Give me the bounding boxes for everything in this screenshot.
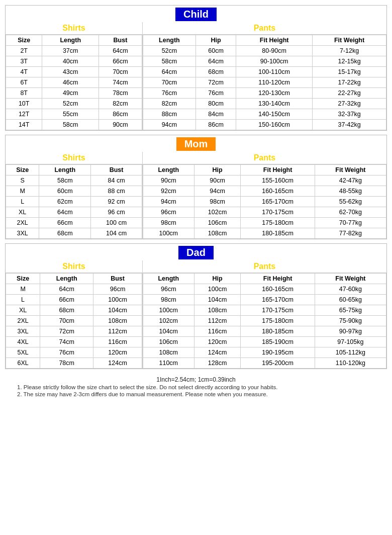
table-row: S58cm84 cm (6, 175, 142, 186)
table-row: 90cm90cm155-160cm42-47kg (143, 175, 386, 186)
child-pants-col-hip: Hip (195, 35, 236, 46)
table-row: 12T55cm86cm (6, 109, 142, 120)
table-row: XL64cm96 cm (6, 207, 142, 218)
mom-pants-table: Length Hip Fit Height Fit Weight 90cm90c… (143, 164, 386, 239)
table-row: 6T46cm74cm (6, 77, 142, 88)
child-shirts-panel: Shirts Size Length Bust 2T37cm64cm3T40cm… (6, 22, 143, 130)
table-row: 96cm102cm170-175cm62-70kg (143, 207, 386, 218)
table-row: 10T52cm82cm (6, 99, 142, 109)
footer-note1: 1Inch=2.54cm; 1cm=0.39inch (7, 376, 385, 383)
table-row: 2XL66cm100 cm (6, 218, 142, 228)
dad-pants-label: Pants (143, 260, 386, 273)
table-row: 70cm72cm110-120cm17-22kg (143, 77, 386, 88)
table-row: 58cm64cm90-100cm12-15kg (143, 56, 386, 67)
table-row: 100cm108cm180-185cm77-82kg (143, 228, 386, 239)
table-row: 98cm104cm165-170cm60-65kg (143, 295, 386, 305)
child-pants-label: Pants (143, 22, 386, 35)
table-row: M64cm96cm (6, 284, 142, 295)
table-row: 92cm94cm160-165cm48-55kg (143, 186, 386, 197)
table-row: L66cm100cm (6, 295, 142, 305)
mom-shirts-header: Size Length Bust (6, 165, 142, 175)
table-row: 82cm80cm130-140cm27-32kg (143, 99, 386, 109)
table-row: XL68cm104cm (6, 305, 142, 316)
child-pants-table: Length Hip Fit Height Fit Weight 52cm60c… (143, 35, 386, 130)
mom-title-row: Mom (6, 135, 386, 152)
table-row: 2T37cm64cm (6, 46, 142, 56)
dad-shirts-table: Size Length Bust M64cm96cmL66cm100cmXL68… (6, 273, 142, 369)
table-row: 3XL72cm112cm (6, 326, 142, 337)
table-row: 64cm68cm100-110cm15-17kg (143, 67, 386, 77)
footer-note2: 1. Please strictly follow the size chart… (7, 384, 385, 390)
dad-title-row: Dad (6, 244, 386, 260)
child-shirts-label: Shirts (6, 22, 142, 35)
table-row: 4XL74cm116cm (6, 337, 142, 347)
child-pants-col-length: Length (143, 35, 195, 46)
table-row: 88cm84cm140-150cm32-37kg (143, 109, 386, 120)
child-title-row: Child (6, 6, 386, 22)
child-shirts-col-bust: Bust (99, 35, 142, 46)
child-shirts-table: Size Length Bust 2T37cm64cm3T40cm66cm4T4… (6, 35, 142, 130)
mom-pants-panel: Pants Length Hip Fit Height Fit Weight 9… (143, 152, 386, 239)
mom-shirts-table: Size Length Bust S58cm84 cmM60cm88 cmL62… (6, 164, 142, 239)
child-pants-col-weight: Fit Weight (313, 35, 386, 46)
mom-shirts-label: Shirts (6, 152, 142, 164)
child-pants-panel: Pants Length Hip Fit Height Fit Weight 5… (143, 22, 386, 130)
mom-section: Mom Shirts Size Length Bust S58cm84 cmM6… (5, 135, 387, 239)
mom-shirts-panel: Shirts Size Length Bust S58cm84 cmM60cm8… (6, 152, 143, 239)
table-row: 76cm76cm120-130cm22-27kg (143, 88, 386, 99)
footer-note3: 2. The size may have 2-3cm differs due t… (7, 391, 385, 397)
table-row: 4T43cm70cm (6, 67, 142, 77)
footer: 1Inch=2.54cm; 1cm=0.39inch 1. Please str… (5, 373, 387, 398)
child-shirts-col-length: Length (42, 35, 99, 46)
child-pants-header: Length Hip Fit Height Fit Weight (143, 35, 386, 46)
table-row: 52cm60cm80-90cm7-12kg (143, 46, 386, 56)
table-row: 100cm108cm170-175cm65-75kg (143, 305, 386, 316)
child-panels: Shirts Size Length Bust 2T37cm64cm3T40cm… (6, 22, 386, 130)
table-row: 14T58cm90cm (6, 120, 142, 130)
dad-shirts-header: Size Length Bust (6, 274, 142, 284)
table-row: 3T40cm66cm (6, 56, 142, 67)
table-row: 106cm120cm185-190cm97-105kg (143, 337, 386, 347)
dad-pants-header: Length Hip Fit Height Fit Weight (143, 274, 386, 284)
table-row: L62cm92 cm (6, 197, 142, 207)
table-row: 5XL76cm120cm (6, 347, 142, 358)
table-row: 2XL70cm108cm (6, 316, 142, 326)
table-row: 104cm116cm180-185cm90-97kg (143, 326, 386, 337)
table-row: 96cm100cm160-165cm47-60kg (143, 284, 386, 295)
dad-pants-panel: Pants Length Hip Fit Height Fit Weight 9… (143, 260, 386, 369)
table-row: 94cm86cm150-160cm37-42kg (143, 120, 386, 130)
table-row: 3XL68cm104 cm (6, 228, 142, 239)
dad-panels: Shirts Size Length Bust M64cm96cmL66cm10… (6, 260, 386, 369)
table-row: 110cm128cm195-200cm110-120kg (143, 358, 386, 369)
child-section: Child Shirts Size Length Bust 2T37cm64cm… (5, 5, 387, 131)
child-shirts-header: Size Length Bust (6, 35, 142, 46)
dad-title: Dad (178, 246, 214, 259)
child-pants-col-height: Fit Height (236, 35, 313, 46)
table-row: 98cm106cm175-180cm70-77kg (143, 218, 386, 228)
dad-shirts-panel: Shirts Size Length Bust M64cm96cmL66cm10… (6, 260, 143, 369)
mom-panels: Shirts Size Length Bust S58cm84 cmM60cm8… (6, 152, 386, 239)
child-shirts-col-size: Size (6, 35, 42, 46)
dad-shirts-label: Shirts (6, 260, 142, 273)
mom-pants-header: Length Hip Fit Height Fit Weight (143, 165, 386, 175)
dad-section: Dad Shirts Size Length Bust M64cm96cmL66… (5, 243, 387, 369)
table-row: 6XL78cm124cm (6, 358, 142, 369)
table-row: 108cm124cm190-195cm105-112kg (143, 347, 386, 358)
table-row: 94cm98cm165-170cm55-62kg (143, 197, 386, 207)
mom-title: Mom (176, 137, 216, 151)
table-row: 102cm112cm175-180cm75-90kg (143, 316, 386, 326)
dad-pants-table: Length Hip Fit Height Fit Weight 96cm100… (143, 273, 386, 369)
child-title: Child (175, 8, 217, 21)
table-row: 8T49cm78cm (6, 88, 142, 99)
mom-pants-label: Pants (143, 152, 386, 164)
table-row: M60cm88 cm (6, 186, 142, 197)
